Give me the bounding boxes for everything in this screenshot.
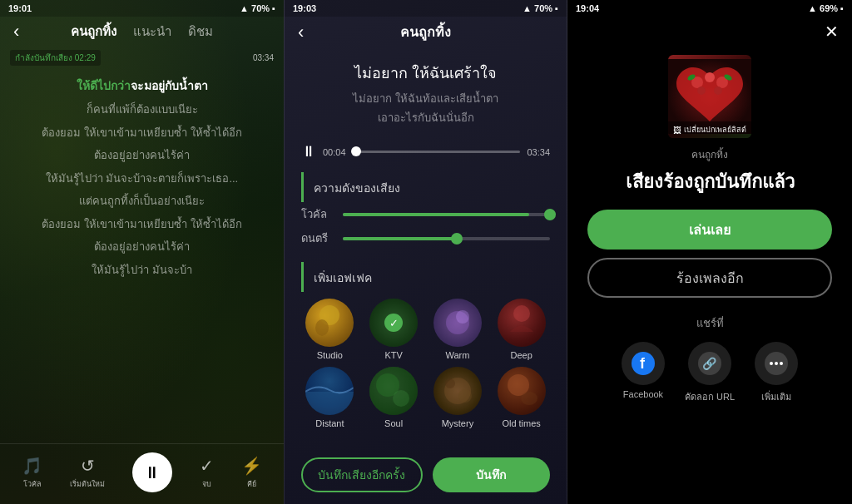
svg-point-11 [458,389,472,403]
music-volume-label: ดนตรี [301,230,334,247]
effect-label-deep: Deep [510,350,532,360]
playback-controls: ⏸ 00:04 03:34 [285,135,567,172]
song-line-2: เอาอะไรกับฉันนั่นอีก [301,109,550,126]
svg-text:🔗: 🔗 [702,357,717,371]
effects-grid-container: Studio ✓ KTV Warm [285,295,567,428]
music-slider[interactable] [343,237,550,240]
lyric-green: ให้ดีไปกว่า [77,79,131,92]
total-time-2: 03:34 [527,147,550,157]
recording-label: กำลังบันทึกเสียง 02:29 [10,50,101,66]
finish-btn[interactable]: ✓ จบ [200,456,214,490]
effect-circle-warm [433,299,482,347]
share-more-label: เพิ่มเติม [761,389,791,404]
svg-point-19 [714,86,722,95]
svg-point-18 [697,86,706,95]
vocal-slider[interactable] [343,213,550,216]
lyric-line-8: ต้องอยู่อย่างคนไร้ค่า [94,239,190,255]
play-pause-btn[interactable]: ⏸ [132,452,172,492]
effect-circle-soul [369,367,418,415]
play-now-button[interactable]: เล่นเลย [587,210,832,250]
mystery-art [433,367,482,415]
tab-recommend[interactable]: แนะนำ [133,22,171,42]
p2-play-icon[interactable]: ⏸ [301,143,316,161]
effects-grid: Studio ✓ KTV Warm [301,299,550,428]
effect-distant[interactable]: Distant [301,367,359,428]
album-overlay-text: เปลี่ยนปกเพลย์ลิสต์ [684,124,746,136]
effect-label-mystery: Mystery [442,418,474,428]
total-time-1: 03:34 [253,53,274,62]
panel1-header: ‹ คนถูกทิ้ง แนะนำ ดิชม [0,17,284,47]
svg-point-29 [780,362,783,365]
effect-label-ktv: KTV [384,350,402,360]
svg-point-3 [456,310,469,324]
recording-progress-bar: กำลังบันทึกเสียง 02:29 03:34 [0,47,284,69]
vocal-icon: 🎵 [22,456,42,476]
tab-dichem[interactable]: ดิชม [188,22,213,42]
effect-label-oldtimes: Old times [502,418,540,428]
progress-slider[interactable] [353,151,521,153]
share-label: แชร์ที่ [696,314,724,332]
effects-section-title: เพิ่มเอฟเฟค [301,262,567,292]
result-title: เสียงร้องถูกบันทึกแล้ว [626,167,795,196]
effect-label-soul: Soul [384,418,403,428]
share-facebook-label: Facebook [623,389,663,399]
effect-mystery[interactable]: Mystery [429,367,487,428]
effect-warm[interactable]: Warm [429,299,487,360]
album-art[interactable]: 🖼 เปลี่ยนปกเพลย์ลิสต์ [668,55,751,138]
vocal-btn[interactable]: 🎵 โวคัล [22,456,42,490]
back-button-1[interactable]: ‹ [13,21,19,42]
share-more[interactable]: เพิ่มเติม [755,342,798,404]
record-again-button[interactable]: บันทึกเสียงอีกครั้ง [301,457,423,492]
music-slider-fill [343,237,457,240]
volume-section-title: ความดังของเสียง [301,172,567,202]
status-bar-2: 19:03 ▲ 70% ▪ [285,0,567,17]
lyric-line-7: ต้องยอม ให้เขาเข้ามาเหยียบซ้ำ ให้ซ้ำได้อ… [42,216,241,233]
status-right-3: ▲ 69% ▪ [808,3,844,13]
lyric-line-2: ก็คนที่แพ้ก็ต้องแบบเนียะ [87,101,198,118]
sing-again-button[interactable]: ร้องเพลงอีก [587,258,832,298]
oldtimes-art [498,367,546,415]
status-time-2: 19:03 [293,3,316,13]
effect-soul[interactable]: Soul [365,367,423,428]
song-category-label: คนถูกทิ้ง [691,146,728,162]
finish-icon: ✓ [200,456,214,476]
status-bar-3: 19:04 ▲ 69% ▪ [567,0,852,17]
restart-icon: ↺ [81,456,95,476]
close-button[interactable]: ✕ [825,22,839,42]
effect-deep[interactable]: Deep [493,299,550,360]
vocal-volume-label: โวคัล [301,205,334,223]
key-btn[interactable]: ⚡ คีย์ [241,456,262,490]
facebook-icon-circle: f [622,342,665,385]
status-right-1: ▲ 70% ▪ [240,3,275,13]
restart-btn[interactable]: ↺ เริ่มต้นใหม่ [70,456,105,490]
distant-art [305,367,354,415]
effect-circle-distant [305,367,354,415]
share-facebook[interactable]: f Facebook [622,342,665,404]
music-volume-row: ดนตรี [301,230,550,247]
vocal-volume-row: โวคัล [301,205,550,223]
effect-studio[interactable]: Studio [301,299,359,360]
lyric-white: จะมอยู่กับน้ำตา [131,79,208,92]
share-copy-url[interactable]: 🔗 คัดลอก URL [685,342,735,404]
tab-lyrics[interactable]: คนถูกทิ้ง [71,22,116,42]
svg-text:f: f [640,355,646,372]
effect-circle-ktv: ✓ [369,299,418,347]
effect-oldtimes[interactable]: Old times [493,367,550,428]
album-overlay-label[interactable]: 🖼 เปลี่ยนปกเพลย์ลิสต์ [668,121,751,138]
svg-point-28 [775,362,778,365]
effect-circle-deep [498,299,546,347]
vocal-slider-thumb [544,209,556,220]
vocal-label: โวคัล [23,478,42,490]
more-icon [765,352,788,375]
lyric-line-4: ต้องอยู่อย่างคนไร้ค่า [94,147,190,164]
panel-lyrics: 19:01 ▲ 70% ▪ ‹ คนถูกทิ้ง แนะนำ ดิชม กำล… [0,0,284,504]
link-icon-circle: 🔗 [688,342,731,385]
effect-ktv[interactable]: ✓ KTV [365,299,423,360]
save-button[interactable]: บันทึก [433,457,551,492]
effect-circle-oldtimes [498,367,546,415]
status-bar-1: 19:01 ▲ 70% ▪ [0,0,284,17]
panel-result: 19:04 ▲ 69% ▪ ✕ [567,0,852,504]
svg-point-16 [705,72,715,82]
back-button-2[interactable]: ‹ [298,22,304,43]
track-bar: ⏸ 00:04 03:34 [301,143,550,161]
